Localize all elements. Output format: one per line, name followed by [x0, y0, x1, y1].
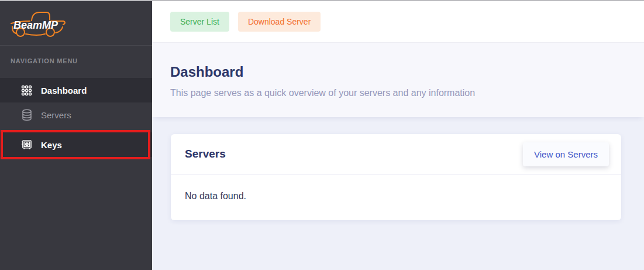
servers-card-header: Servers View on Servers: [171, 134, 621, 175]
safe-icon: [21, 139, 32, 151]
nav-section-label: NAVIGATION MENU: [0, 46, 152, 73]
beammp-truck-logo: BeamMP: [9, 8, 68, 39]
servers-card-body: No data found.: [171, 175, 621, 220]
empty-state-text: No data found.: [185, 191, 246, 201]
sidebar-item-servers[interactable]: Servers: [0, 102, 152, 127]
sidebar-item-dashboard[interactable]: Dashboard: [0, 78, 152, 102]
page-title: Dashboard: [170, 64, 626, 80]
content-area: Servers View on Servers No data found.: [152, 117, 644, 270]
logo-text: BeamMP: [13, 19, 58, 31]
download-server-button[interactable]: Download Server: [238, 12, 321, 32]
topbar: Server List Download Server: [152, 1, 644, 43]
sidebar-item-label: Dashboard: [41, 86, 87, 95]
servers-card-title: Servers: [185, 148, 226, 160]
sidebar-item-label: Keys: [41, 140, 62, 150]
page-subtitle: This page serves as a quick overview of …: [170, 87, 626, 98]
sidebar-item-keys-wrap: Keys: [0, 132, 152, 157]
sidebar: BeamMP NAVIGATION MENU Dashboard: [0, 1, 152, 270]
nav-list: Dashboard Servers: [0, 78, 152, 157]
grid-dots-icon: [21, 84, 32, 96]
sidebar-item-label: Servers: [41, 110, 71, 120]
sidebar-item-keys[interactable]: Keys: [0, 132, 152, 157]
database-icon: [21, 109, 32, 121]
logo-area[interactable]: BeamMP: [0, 1, 152, 46]
server-list-button[interactable]: Server List: [170, 12, 229, 32]
page-header: Dashboard This page serves as a quick ov…: [152, 43, 644, 117]
servers-card: Servers View on Servers No data found.: [171, 134, 621, 220]
view-on-servers-button[interactable]: View on Servers: [523, 142, 609, 166]
main-area: Server List Download Server Dashboard Th…: [152, 1, 644, 270]
beammp-dashboard-app: BeamMP NAVIGATION MENU Dashboard: [0, 0, 644, 270]
